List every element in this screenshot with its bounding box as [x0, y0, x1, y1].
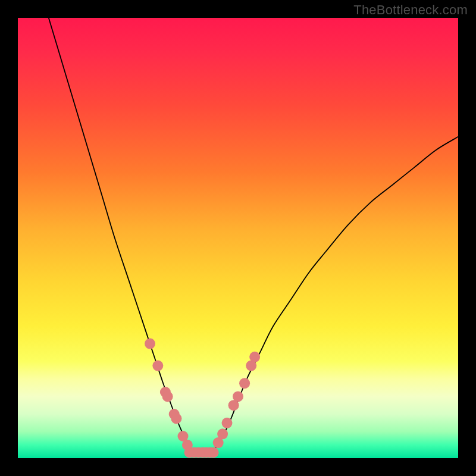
data-marker: [171, 413, 181, 424]
bottleneck-curve-right: [212, 137, 458, 454]
data-markers: [145, 339, 260, 458]
data-marker: [222, 418, 233, 428]
data-marker: [217, 428, 228, 439]
plot-area: [18, 18, 458, 458]
bottleneck-curve-left: [49, 18, 194, 454]
data-marker: [152, 361, 163, 371]
data-marker: [208, 447, 219, 458]
watermark-text: TheBottleneck.com: [353, 2, 468, 18]
data-marker: [249, 352, 260, 362]
data-marker: [162, 391, 173, 402]
data-marker: [233, 391, 243, 402]
data-marker: [145, 339, 155, 349]
plot-svg: [18, 18, 458, 458]
data-marker: [239, 378, 250, 389]
